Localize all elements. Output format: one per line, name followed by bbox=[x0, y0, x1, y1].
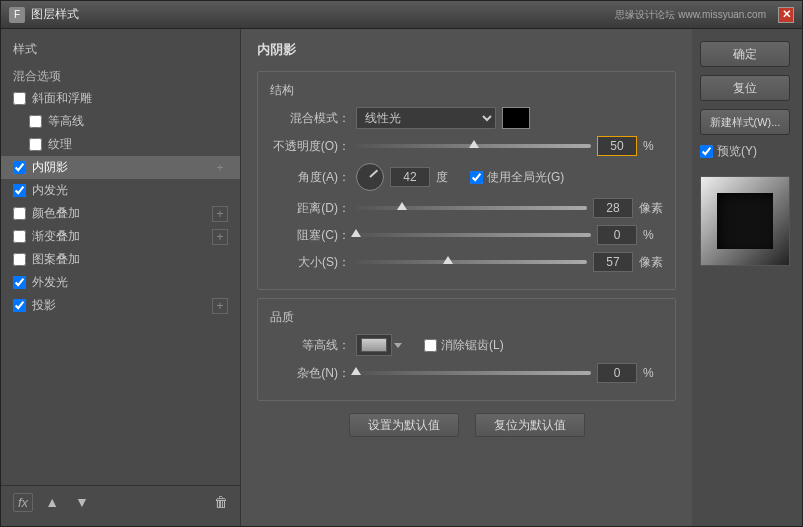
choke-slider-track bbox=[356, 233, 591, 237]
bevel-checkbox[interactable] bbox=[13, 92, 26, 105]
angle-row: 角度(A)： 度 使用全局光(G) bbox=[270, 163, 663, 191]
reset-button[interactable]: 复位 bbox=[700, 75, 790, 101]
opacity-unit: % bbox=[643, 139, 663, 153]
color-overlay-checkbox[interactable] bbox=[13, 207, 26, 220]
contour-label: 等高线： bbox=[270, 337, 350, 354]
blend-mode-select[interactable]: 线性光 bbox=[356, 107, 496, 129]
delete-button[interactable]: 🗑 bbox=[214, 494, 228, 510]
distance-input[interactable] bbox=[593, 198, 633, 218]
blend-mode-row: 混合模式： 线性光 bbox=[270, 107, 663, 129]
title-bar: F 图层样式 思缘设计论坛 www.missyuan.com ✕ bbox=[1, 1, 802, 29]
set-default-button[interactable]: 设置为默认值 bbox=[349, 413, 459, 437]
styles-header: 样式 bbox=[1, 37, 240, 66]
section-title: 内阴影 bbox=[257, 41, 676, 59]
angle-needle bbox=[369, 170, 378, 178]
bottom-buttons-row: 设置为默认值 复位为默认值 bbox=[257, 413, 676, 437]
inner-shadow-checkbox[interactable] bbox=[13, 161, 26, 174]
color-picker-box[interactable] bbox=[502, 107, 530, 129]
sidebar-item-inner-glow[interactable]: 内发光 bbox=[1, 179, 240, 202]
anti-alias-checkbox[interactable] bbox=[424, 339, 437, 352]
inner-shadow-plus-icon[interactable]: + bbox=[212, 160, 228, 176]
choke-slider-thumb[interactable] bbox=[351, 229, 361, 237]
contour-select-wrap bbox=[356, 334, 402, 356]
angle-dial[interactable] bbox=[356, 163, 384, 191]
opacity-slider[interactable] bbox=[356, 139, 591, 153]
new-style-button[interactable]: 新建样式(W)... bbox=[700, 109, 790, 135]
sidebar-item-inner-shadow[interactable]: 内阴影 + bbox=[1, 156, 240, 179]
quality-title: 品质 bbox=[270, 309, 663, 326]
opacity-input[interactable] bbox=[597, 136, 637, 156]
sidebar-item-pattern-overlay[interactable]: 图案叠加 bbox=[1, 248, 240, 271]
choke-slider[interactable] bbox=[356, 228, 591, 242]
sidebar-item-gradient-overlay[interactable]: 渐变叠加 + bbox=[1, 225, 240, 248]
distance-slider-thumb[interactable] bbox=[397, 202, 407, 210]
contour-thumb-select[interactable] bbox=[356, 334, 392, 356]
title-bar-right: 思缘设计论坛 www.missyuan.com ✕ bbox=[615, 7, 794, 23]
angle-unit: 度 bbox=[436, 169, 456, 186]
distance-slider[interactable] bbox=[356, 201, 587, 215]
angle-label: 角度(A)： bbox=[270, 169, 350, 186]
size-row: 大小(S)： 像素 bbox=[270, 252, 663, 272]
app-icon: F bbox=[9, 7, 25, 23]
size-slider-thumb[interactable] bbox=[443, 256, 453, 264]
size-slider-track bbox=[356, 260, 587, 264]
dialog-window: F 图层样式 思缘设计论坛 www.missyuan.com ✕ 样式 混合选项… bbox=[0, 0, 803, 527]
size-input[interactable] bbox=[593, 252, 633, 272]
main-panel: 内阴影 结构 混合模式： 线性光 不透明度(O)： bbox=[241, 29, 692, 526]
move-down-button[interactable]: ▼ bbox=[71, 492, 93, 512]
structure-title: 结构 bbox=[270, 82, 663, 99]
anti-alias-label: 消除锯齿(L) bbox=[441, 337, 504, 354]
outer-glow-label: 外发光 bbox=[32, 274, 228, 291]
structure-section: 结构 混合模式： 线性光 不透明度(O)： bbox=[257, 71, 676, 290]
dialog-content: 样式 混合选项 斜面和浮雕 等高线 纹理 内阴影 + 内发光 bbox=[1, 29, 802, 526]
color-overlay-label: 颜色叠加 bbox=[32, 205, 206, 222]
distance-label: 距离(D)： bbox=[270, 200, 350, 217]
preview-label: 预览(Y) bbox=[717, 143, 757, 160]
sidebar-item-drop-shadow[interactable]: 投影 + bbox=[1, 294, 240, 317]
noise-unit: % bbox=[643, 366, 663, 380]
preview-inner-box bbox=[717, 193, 773, 249]
opacity-label: 不透明度(O)： bbox=[270, 138, 350, 155]
gradient-overlay-checkbox[interactable] bbox=[13, 230, 26, 243]
left-panel-footer: fx ▲ ▼ 🗑 bbox=[1, 485, 240, 518]
size-slider[interactable] bbox=[356, 255, 587, 269]
sidebar-item-outer-glow[interactable]: 外发光 bbox=[1, 271, 240, 294]
outer-glow-checkbox[interactable] bbox=[13, 276, 26, 289]
sidebar-item-bevel[interactable]: 斜面和浮雕 bbox=[1, 87, 240, 110]
sidebar-item-texture[interactable]: 纹理 bbox=[1, 133, 240, 156]
contour-checkbox[interactable] bbox=[29, 115, 42, 128]
global-light-checkbox[interactable] bbox=[470, 171, 483, 184]
opacity-slider-thumb[interactable] bbox=[469, 140, 479, 148]
global-light-row: 使用全局光(G) bbox=[470, 169, 564, 186]
blend-options-label[interactable]: 混合选项 bbox=[1, 66, 240, 87]
ok-button[interactable]: 确定 bbox=[700, 41, 790, 67]
noise-slider[interactable] bbox=[356, 366, 591, 380]
close-button[interactable]: ✕ bbox=[778, 7, 794, 23]
move-up-button[interactable]: ▲ bbox=[41, 492, 63, 512]
color-overlay-plus-icon[interactable]: + bbox=[212, 206, 228, 222]
distance-row: 距离(D)： 像素 bbox=[270, 198, 663, 218]
fx-icon: fx bbox=[13, 493, 33, 512]
angle-input[interactable] bbox=[390, 167, 430, 187]
gradient-overlay-plus-icon[interactable]: + bbox=[212, 229, 228, 245]
preview-checkbox[interactable] bbox=[700, 145, 713, 158]
quality-section: 品质 等高线： 消除锯齿(L) 杂色( bbox=[257, 298, 676, 401]
noise-input[interactable] bbox=[597, 363, 637, 383]
texture-checkbox[interactable] bbox=[29, 138, 42, 151]
reset-default-button[interactable]: 复位为默认值 bbox=[475, 413, 585, 437]
pattern-overlay-checkbox[interactable] bbox=[13, 253, 26, 266]
choke-input[interactable] bbox=[597, 225, 637, 245]
drop-shadow-checkbox[interactable] bbox=[13, 299, 26, 312]
choke-label: 阻塞(C)： bbox=[270, 227, 350, 244]
inner-glow-checkbox[interactable] bbox=[13, 184, 26, 197]
opacity-row: 不透明度(O)： % bbox=[270, 136, 663, 156]
noise-label: 杂色(N)： bbox=[270, 365, 350, 382]
global-light-label: 使用全局光(G) bbox=[487, 169, 564, 186]
dialog-title: 图层样式 bbox=[31, 6, 79, 23]
drop-shadow-plus-icon[interactable]: + bbox=[212, 298, 228, 314]
left-panel: 样式 混合选项 斜面和浮雕 等高线 纹理 内阴影 + 内发光 bbox=[1, 29, 241, 526]
noise-slider-thumb[interactable] bbox=[351, 367, 361, 375]
noise-row: 杂色(N)： % bbox=[270, 363, 663, 383]
sidebar-item-contour[interactable]: 等高线 bbox=[1, 110, 240, 133]
sidebar-item-color-overlay[interactable]: 颜色叠加 + bbox=[1, 202, 240, 225]
